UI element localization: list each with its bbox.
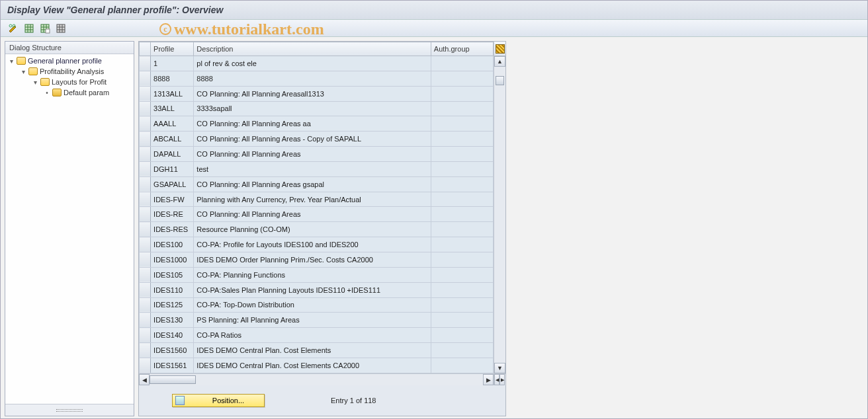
- cell-authgroup[interactable]: [431, 161, 493, 176]
- row-handle[interactable]: [140, 267, 151, 282]
- vertical-scrollbar[interactable]: ▲ ▼: [494, 42, 505, 373]
- table-row[interactable]: DGH11test: [140, 161, 494, 176]
- cell-description[interactable]: CO-PA Ratios: [194, 328, 431, 343]
- cell-description[interactable]: PS Planning: All Planning Areas: [194, 313, 431, 328]
- row-handle[interactable]: [140, 132, 151, 147]
- vscroll-track[interactable]: [494, 67, 505, 363]
- cell-profile[interactable]: IDES-RES: [151, 222, 194, 237]
- row-handle[interactable]: [140, 116, 151, 132]
- row-handle[interactable]: [140, 207, 151, 222]
- deselect-all-button[interactable]: [39, 22, 51, 34]
- cell-description[interactable]: test: [194, 161, 431, 176]
- cell-authgroup[interactable]: [431, 116, 493, 132]
- cell-authgroup[interactable]: [431, 71, 493, 86]
- row-handle[interactable]: [140, 237, 151, 252]
- cell-authgroup[interactable]: [431, 267, 493, 282]
- scroll-right-button[interactable]: ▶: [483, 374, 494, 385]
- table-row[interactable]: IDES130PS Planning: All Planning Areas: [140, 313, 494, 328]
- scroll-up-button[interactable]: ▲: [494, 56, 505, 67]
- col-header-description[interactable]: Description: [194, 42, 431, 56]
- scroll-right-end-button[interactable]: ▶: [499, 374, 505, 385]
- cell-profile[interactable]: ABCALL: [151, 132, 194, 147]
- cell-description[interactable]: CO Planning: All Planning Areas aa: [194, 116, 431, 132]
- cell-authgroup[interactable]: [431, 147, 493, 162]
- row-handle[interactable]: [140, 161, 151, 176]
- cell-authgroup[interactable]: [431, 222, 493, 237]
- tree-node[interactable]: ▾General planner profile: [5, 56, 134, 66]
- table-row[interactable]: IDES1560IDES DEMO Central Plan. Cost Ele…: [140, 343, 494, 358]
- row-handle[interactable]: [140, 222, 151, 237]
- table-row[interactable]: IDES1000IDES DEMO Order Planning Prim./S…: [140, 252, 494, 267]
- cell-authgroup[interactable]: [431, 132, 493, 147]
- cell-description[interactable]: pl of rev & cost ele: [194, 56, 431, 71]
- scroll-down-button[interactable]: ▼: [494, 363, 505, 373]
- cell-profile[interactable]: GSAPALL: [151, 176, 194, 192]
- print-button[interactable]: [55, 22, 67, 34]
- row-handle[interactable]: [140, 313, 151, 328]
- cell-profile[interactable]: IDES1000: [151, 252, 194, 267]
- table-config-button[interactable]: [494, 42, 505, 56]
- table-row[interactable]: IDES110CO-PA:Sales Plan Planning Layouts…: [140, 282, 494, 297]
- row-handle[interactable]: [140, 282, 151, 297]
- table-row[interactable]: IDES-FWPlanning with Any Currency, Prev.…: [140, 192, 494, 207]
- cell-profile[interactable]: 1313ALL: [151, 86, 194, 101]
- cell-profile[interactable]: DGH11: [151, 161, 194, 176]
- table-row[interactable]: IDES1561IDES DEMO Central Plan. Cost Ele…: [140, 358, 494, 373]
- table-row[interactable]: 33ALL3333sapall: [140, 101, 494, 116]
- table-row[interactable]: IDES-RESResource Planning (CO-OM): [140, 222, 494, 237]
- hscroll-track[interactable]: [150, 374, 483, 385]
- table-row[interactable]: AAALLCO Planning: All Planning Areas aa: [140, 116, 494, 132]
- cell-profile[interactable]: 1: [151, 56, 194, 71]
- cell-description[interactable]: 8888: [194, 71, 431, 86]
- cell-authgroup[interactable]: [431, 56, 493, 71]
- table-row[interactable]: GSAPALLCO Planning: All Planning Areas g…: [140, 176, 494, 192]
- cell-profile[interactable]: IDES1560: [151, 343, 194, 358]
- cell-profile[interactable]: DAPALL: [151, 147, 194, 162]
- row-handle[interactable]: [140, 56, 151, 71]
- cell-profile[interactable]: IDES-FW: [151, 192, 194, 207]
- cell-authgroup[interactable]: [431, 237, 493, 252]
- cell-authgroup[interactable]: [431, 207, 493, 222]
- row-handle[interactable]: [140, 101, 151, 116]
- cell-profile[interactable]: IDES130: [151, 313, 194, 328]
- cell-authgroup[interactable]: [431, 297, 493, 313]
- cell-authgroup[interactable]: [431, 313, 493, 328]
- toggle-change-mode-button[interactable]: [7, 22, 19, 34]
- scroll-left-button[interactable]: ◀: [139, 374, 150, 385]
- cell-profile[interactable]: IDES110: [151, 282, 194, 297]
- table-row[interactable]: IDES140CO-PA Ratios: [140, 328, 494, 343]
- cell-description[interactable]: CO-PA: Profile for Layouts IDES100 and I…: [194, 237, 431, 252]
- cell-authgroup[interactable]: [431, 328, 493, 343]
- row-handle[interactable]: [140, 252, 151, 267]
- tree-resize-handle[interactable]: [5, 404, 134, 416]
- cell-description[interactable]: CO-PA: Planning Functions: [194, 267, 431, 282]
- table-row[interactable]: IDES105CO-PA: Planning Functions: [140, 267, 494, 282]
- cell-description[interactable]: CO Planning: All Planning Areas gsapal: [194, 176, 431, 192]
- table-row[interactable]: 1pl of rev & cost ele: [140, 56, 494, 71]
- row-handle[interactable]: [140, 192, 151, 207]
- cell-description[interactable]: Planning with Any Currency, Prev. Year P…: [194, 192, 431, 207]
- hscroll-thumb[interactable]: [150, 375, 196, 384]
- cell-description[interactable]: IDES DEMO Central Plan. Cost Elements CA…: [194, 358, 431, 373]
- cell-description[interactable]: CO-PA: Top-Down Distribution: [194, 297, 431, 313]
- cell-profile[interactable]: IDES140: [151, 328, 194, 343]
- cell-description[interactable]: CO Planning: All Planning Areas - Copy o…: [194, 132, 431, 147]
- cell-authgroup[interactable]: [431, 86, 493, 101]
- cell-authgroup[interactable]: [431, 282, 493, 297]
- table-row[interactable]: DAPALLCO Planning: All Planning Areas: [140, 147, 494, 162]
- col-header-authgroup[interactable]: Auth.group: [431, 42, 493, 56]
- tree-body[interactable]: ▾General planner profile▾Profitability A…: [5, 54, 134, 404]
- cell-profile[interactable]: IDES-RE: [151, 207, 194, 222]
- position-button[interactable]: Position...: [172, 394, 265, 407]
- cell-profile[interactable]: IDES100: [151, 237, 194, 252]
- cell-profile[interactable]: IDES1561: [151, 358, 194, 373]
- cell-profile[interactable]: AAALL: [151, 116, 194, 132]
- table-row[interactable]: IDES125CO-PA: Top-Down Distribution: [140, 297, 494, 313]
- select-all-button[interactable]: [23, 22, 35, 34]
- cell-profile[interactable]: IDES105: [151, 267, 194, 282]
- cell-authgroup[interactable]: [431, 101, 493, 116]
- row-handle[interactable]: [140, 297, 151, 313]
- cell-authgroup[interactable]: [431, 176, 493, 192]
- tree-node[interactable]: ▾Layouts for Profit: [5, 77, 134, 87]
- row-handle[interactable]: [140, 147, 151, 162]
